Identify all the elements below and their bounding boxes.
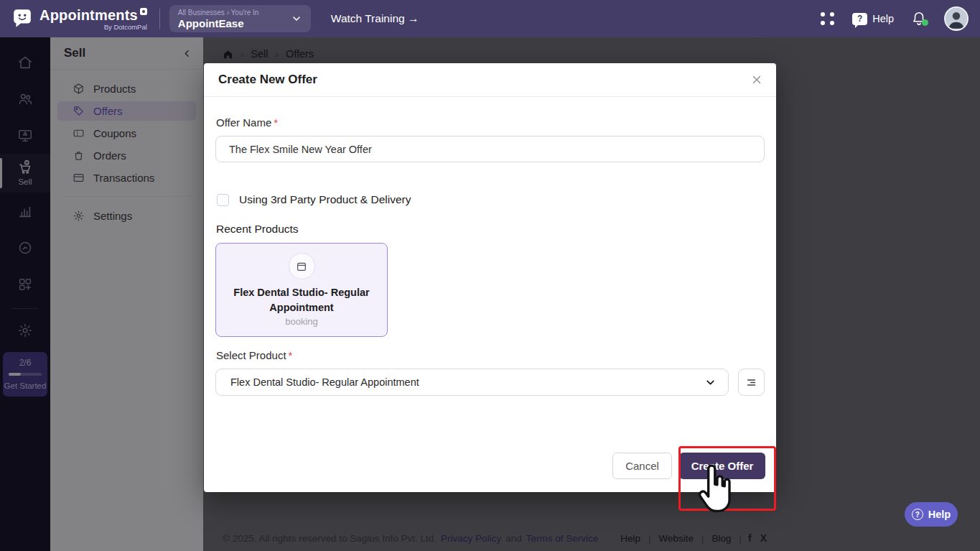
recent-product-card[interactable]: Flex Dental Studio- Regular Appointment … <box>215 243 388 337</box>
user-avatar[interactable] <box>944 6 969 31</box>
business-selector[interactable]: All Businesses › You're In AppointEase <box>169 5 311 32</box>
close-icon[interactable] <box>750 73 763 86</box>
required-asterisk: * <box>289 349 293 361</box>
header-divider <box>159 9 160 29</box>
chevron-down-icon <box>291 13 302 24</box>
select-product-value: Flex Dental Studio- Regular Appointment <box>230 376 419 388</box>
brand-badge-icon <box>140 8 147 15</box>
floating-help-button[interactable]: ? Help <box>905 502 958 527</box>
select-product-label: Select Product* <box>216 349 765 361</box>
create-offer-button[interactable]: Create Offer <box>679 453 765 479</box>
brand-byline: By DotcomPal <box>104 23 147 31</box>
third-party-label: Using 3rd Party Product & Delivery <box>239 193 411 206</box>
modal-title: Create New Offer <box>218 73 317 87</box>
offer-name-input[interactable] <box>215 136 765 162</box>
question-circle-icon: ? <box>912 509 923 520</box>
third-party-checkbox[interactable] <box>217 194 229 206</box>
recent-products-label: Recent Products <box>216 223 765 236</box>
product-card-type: booking <box>285 316 318 327</box>
notification-dot <box>922 19 928 26</box>
create-offer-modal: Create New Offer Offer Name* Using 3rd P… <box>204 63 776 492</box>
offer-name-label: Offer Name* <box>216 116 765 129</box>
notifications-bell-icon[interactable] <box>911 11 927 27</box>
business-name: AppointEase <box>178 17 259 29</box>
select-product-dropdown[interactable]: Flex Dental Studio- Regular Appointment <box>215 369 729 396</box>
help-bubble-icon: ? <box>852 13 867 25</box>
cancel-button[interactable]: Cancel <box>612 453 672 479</box>
product-list-button[interactable] <box>738 369 765 396</box>
brand-name: Appointments <box>39 7 138 23</box>
header-help-button[interactable]: ? Help <box>852 13 894 25</box>
business-context: All Businesses › You're In <box>178 9 259 17</box>
required-asterisk: * <box>274 116 278 129</box>
top-header: Appointments By DotcomPal All Businesses… <box>0 0 980 37</box>
chevron-down-icon <box>704 376 717 389</box>
product-card-title: Flex Dental Studio- Regular Appointment <box>226 285 377 315</box>
watch-training-link[interactable]: Watch Training → <box>331 12 419 25</box>
logo-speech-bubble-icon <box>11 7 33 29</box>
calendar-icon <box>289 253 315 279</box>
apps-grid-icon[interactable] <box>821 12 835 25</box>
list-lines-icon <box>745 376 757 389</box>
app-logo[interactable]: Appointments By DotcomPal <box>11 7 147 31</box>
